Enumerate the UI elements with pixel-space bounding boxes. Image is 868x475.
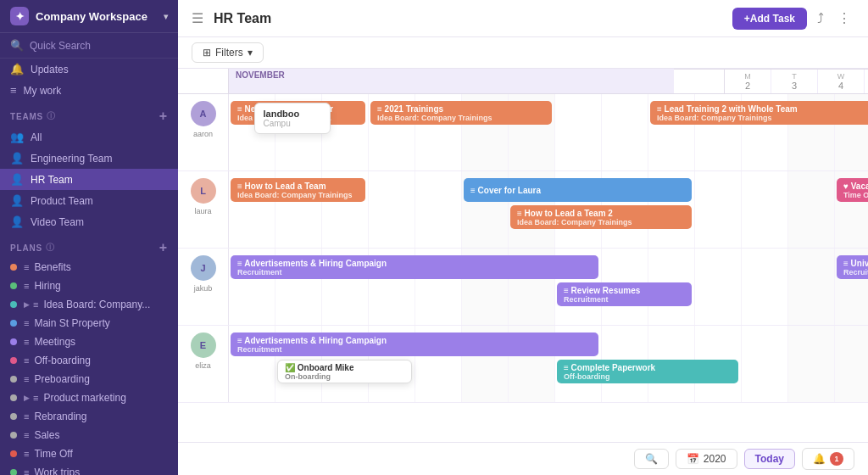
task-bar[interactable]: ♥ Vacation 🌴Time Off — [837, 178, 868, 202]
task-bar[interactable]: ≡ Complete PaperworkOff-boarding — [557, 360, 738, 383]
cells-area: ≡ How to Lead a TeamIdea Board: Company … — [229, 171, 868, 248]
timeline-row: Eeliza≡ Advertisements & Hiring Campaign… — [178, 326, 868, 403]
timeline-cell — [835, 326, 868, 402]
search-input[interactable] — [30, 40, 168, 52]
plan-list-icon: ≡ — [24, 449, 29, 459]
search-bar[interactable]: 🔍 — [0, 33, 178, 59]
user-column: Eeliza — [178, 326, 229, 402]
timeline-cell — [555, 94, 602, 170]
sidebar-item-updates[interactable]: 🔔 Updates — [0, 59, 178, 80]
cells-area: ≡ New Employee PreserIdea Board: Company… — [229, 94, 868, 170]
header-actions: +Add Task ⤴ ⋮ — [732, 7, 854, 30]
calendar-icon: 📅 — [687, 453, 699, 465]
user-name-label: aaron — [193, 130, 213, 138]
today-button[interactable]: Today — [744, 449, 795, 469]
user-name-label: laura — [194, 207, 211, 215]
avatar: A — [191, 101, 216, 126]
menu-icon[interactable]: ☰ — [192, 10, 203, 26]
task-bar[interactable]: ≡ Advertisements & Hiring CampaignRecrui… — [231, 255, 598, 279]
plan-meetings[interactable]: ≡ Meetings — [0, 332, 178, 351]
task-bar[interactable]: ≡ Review ResumesRecruitment — [557, 282, 692, 306]
timeline-cell — [695, 249, 742, 325]
task-bar[interactable]: ≡ Cover for Laura — [464, 178, 692, 202]
sidebar-item-all[interactable]: 👥 All — [0, 126, 178, 148]
timeline-container[interactable]: NOVEMBERM2T3W4T5F6S7S8M9T10W11T12F13S14S… — [178, 69, 868, 442]
expand-icon: ▶ — [24, 394, 30, 402]
more-button[interactable]: ⋮ — [834, 7, 854, 30]
plan-work-trips[interactable]: ≡ Work trips — [0, 463, 178, 475]
sidebar-item-my-work[interactable]: ≡ My work — [0, 80, 178, 101]
timeline-cell — [602, 94, 648, 170]
workspace-icon: ✦ — [10, 7, 29, 25]
user-column: Aaaron — [178, 94, 229, 170]
avatar: L — [191, 178, 216, 204]
user-column: Jjakub — [178, 249, 229, 325]
plan-rebranding[interactable]: ≡ Rebranding — [0, 407, 178, 426]
plan-sales[interactable]: ≡ Sales — [0, 426, 178, 444]
add-task-button[interactable]: +Add Task — [732, 8, 807, 30]
zoom-out-button[interactable]: 🔍 — [634, 449, 669, 469]
add-team-button[interactable]: + — [159, 109, 168, 123]
plan-label-meetings: Meetings — [34, 336, 75, 348]
sidebar-item-product[interactable]: 👤 Product Team — [0, 190, 178, 211]
day-header: M2 — [725, 70, 771, 93]
engineering-icon: 👤 — [10, 152, 24, 165]
timeline-row: Llaura≡ How to Lead a TeamIdea Board: Co… — [178, 171, 868, 249]
filter-label: Filters — [215, 47, 243, 59]
timeline-cell — [788, 326, 835, 402]
plan-idea-board[interactable]: ▶ ≡ Idea Board: Company... — [0, 295, 178, 314]
sidebar-item-video[interactable]: 👤 Video Team — [0, 211, 178, 232]
sidebar-label-all: All — [31, 131, 42, 143]
workspace-header[interactable]: ✦ Company Workspace ▾ — [0, 0, 178, 33]
day-header: W4 — [818, 70, 865, 93]
plan-label-work-trips: Work trips — [34, 467, 80, 475]
task-bar[interactable]: ≡ University FairRecruitment — [837, 255, 868, 279]
plan-list-icon: ≡ — [24, 430, 29, 440]
plan-offboarding[interactable]: ≡ Off-boarding — [0, 351, 178, 370]
notifications-button[interactable]: 🔔 1 — [802, 448, 854, 470]
plan-label-hiring: Hiring — [34, 280, 60, 292]
user-name-label: jakub — [194, 284, 213, 293]
hr-icon: 👤 — [10, 173, 24, 186]
sidebar-item-engineering[interactable]: 👤 Engineering Team — [0, 148, 178, 169]
plan-label-sales: Sales — [34, 429, 59, 441]
plan-label-benefits: Benefits — [34, 261, 70, 273]
search-icon: 🔍 — [10, 39, 24, 52]
task-bar[interactable]: ≡ 2021 TrainingsIdea Board: Company Trai… — [370, 101, 552, 125]
plan-product-marketing[interactable]: ▶ ≡ Product marketing — [0, 388, 178, 407]
main-header: ☰ HR Team +Add Task ⤴ ⋮ — [178, 0, 868, 37]
filter-button[interactable]: ⊞ Filters ▾ — [192, 42, 264, 63]
page-title: HR Team — [214, 11, 732, 26]
task-bar[interactable]: ≡ Advertisements & Hiring CampaignRecrui… — [231, 332, 598, 356]
list-icon: ≡ — [10, 84, 17, 97]
workspace-chevron-icon: ▾ — [164, 12, 168, 21]
plan-preboarding[interactable]: ≡ Preboarding — [0, 370, 178, 388]
task-bar[interactable]: ✅ Onboard MikeOn-boarding — [277, 360, 412, 383]
plan-list-icon: ≡ — [33, 299, 38, 310]
main-toolbar: ⊞ Filters ▾ — [178, 37, 868, 69]
task-bar[interactable]: ≡ How to Lead a TeamIdea Board: Company … — [231, 178, 365, 202]
plan-main-st[interactable]: ≡ Main St Property — [0, 314, 178, 332]
sidebar-item-hr[interactable]: 👤 HR Team — [0, 169, 178, 190]
expand-icon: ▶ — [24, 300, 30, 309]
share-button[interactable]: ⤴ — [814, 8, 827, 30]
plan-list-icon: ≡ — [33, 393, 38, 403]
plan-benefits[interactable]: ≡ Benefits — [0, 258, 178, 277]
avatar: E — [191, 332, 216, 358]
notification-badge: 1 — [830, 452, 843, 466]
task-bar[interactable]: ≡ How to Lead a Team 2Idea Board: Compan… — [510, 205, 692, 229]
add-plan-button[interactable]: + — [159, 241, 168, 254]
task-popup: landbooCampu — [254, 103, 331, 134]
timeline-cell — [369, 171, 415, 248]
teams-section-header: TEAMS ⓘ + — [0, 101, 178, 126]
plan-list-icon: ≡ — [24, 355, 29, 366]
calendar-year-button[interactable]: 📅 2020 — [676, 449, 737, 469]
bottom-bar: 🔍 📅 2020 Today 🔔 1 — [178, 442, 868, 475]
task-bar[interactable]: ≡ Lead Training 2 with Whole TeamIdea Bo… — [650, 101, 868, 125]
day-header: T3 — [771, 70, 818, 93]
plan-time-off[interactable]: ≡ Time Off — [0, 444, 178, 463]
plan-hiring[interactable]: ≡ Hiring — [0, 277, 178, 295]
timeline-cell — [788, 171, 835, 248]
plan-label-rebranding: Rebranding — [34, 411, 86, 422]
timeline-row: Jjakub≡ Advertisements & Hiring Campaign… — [178, 249, 868, 326]
